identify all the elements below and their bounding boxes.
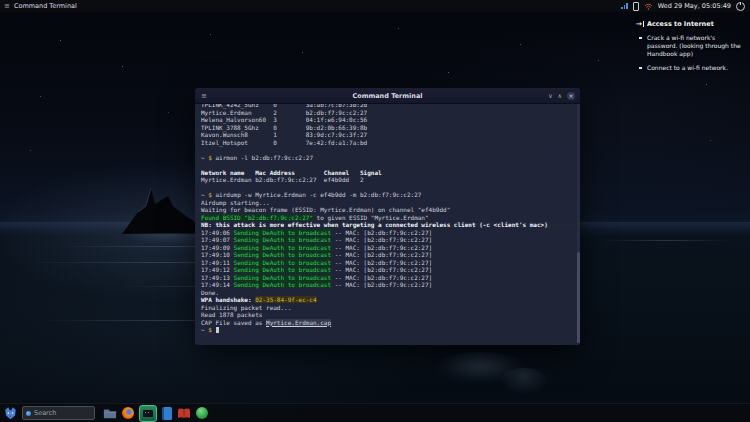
terminal-line: Network name Mac Address Channel Signal bbox=[201, 169, 576, 177]
terminal-line: Finalizing packet read... bbox=[201, 304, 576, 312]
top-bar: ≡ Command Terminal Wed 29 May, 05:05:49 bbox=[0, 0, 750, 12]
power-icon[interactable] bbox=[736, 2, 745, 11]
taskbar-terminal-icon-active[interactable] bbox=[139, 405, 157, 422]
phone-icon[interactable] bbox=[633, 2, 639, 11]
whale-shape-2 bbox=[500, 368, 548, 394]
goal-panel: → Access to Internet Crack a wi-fi netwo… bbox=[636, 20, 746, 78]
goal-icon: → bbox=[636, 21, 644, 27]
desktop: ≡ Command Terminal Wed 29 May, 05:05:49 … bbox=[0, 0, 750, 422]
file-manager-icon[interactable] bbox=[103, 408, 117, 419]
goal-item: Crack a wi-fi network's password. (looki… bbox=[638, 34, 746, 58]
terminal-line: 17:49:06 Sending DeAuth to broadcast -- … bbox=[201, 229, 576, 237]
wifi-icon[interactable] bbox=[644, 3, 653, 10]
terminal-line: Kavon.Wunsch8 1 83:9d:c7:9c:3f:27 bbox=[201, 131, 576, 139]
terminal-line: Helena_Halvorson60 3 04:1f:e6:94:0c:56 bbox=[201, 116, 576, 124]
terminal-line: Waiting for beacon frame (ESSID: Myrtice… bbox=[201, 206, 576, 214]
search-icon bbox=[26, 411, 31, 416]
os-logo-icon[interactable] bbox=[3, 406, 18, 421]
terminal-line: Done. bbox=[201, 289, 576, 297]
terminal-line: 17:49:13 Sending DeAuth to broadcast -- … bbox=[201, 274, 576, 282]
maximize-button[interactable]: ∧ bbox=[558, 92, 562, 99]
search-placeholder: Search bbox=[34, 409, 56, 417]
goal-list: Crack a wi-fi network's password. (looki… bbox=[638, 34, 746, 72]
terminal-line: Myrtice.Erdman b2:db:f7:9c:c2:27 ef4b9dd… bbox=[201, 176, 576, 184]
terminal-line: 17:49:09 Sending DeAuth to broadcast -- … bbox=[201, 244, 576, 252]
terminal-line: Airdump starting... bbox=[201, 199, 576, 207]
terminal-line: Read 1878 packets bbox=[201, 311, 576, 319]
handbook-app-icon[interactable] bbox=[177, 408, 191, 419]
goal-title-text: Access to Internet bbox=[647, 20, 714, 28]
terminal-line: NB: this attack is more effective when t… bbox=[201, 221, 576, 229]
terminal-line: ~ $ airmon -l b2:db:f7:9c:c2:27 bbox=[201, 154, 576, 162]
terminal-line bbox=[201, 146, 576, 154]
terminal-line bbox=[201, 184, 576, 192]
terminal-body[interactable]: TPLINK_4242_5Ghz 0 3a:ab:7c:b7:3b:2dMyrt… bbox=[195, 104, 576, 345]
terminal-line: ~ $ airdump -w Myrtice.Erdman -c ef4b9dd… bbox=[201, 191, 576, 199]
terminal-line: TPLINK_3788_5Ghz 0 9b:d2:0b:66:39:8b bbox=[201, 124, 576, 132]
browser-icon[interactable] bbox=[122, 407, 134, 419]
terminal-line: 17:49:14 Sending DeAuth to broadcast -- … bbox=[201, 281, 576, 289]
terminal-line: 17:49:07 Sending DeAuth to broadcast -- … bbox=[201, 236, 576, 244]
terminal-line: Found BSSID "b2:db:f7:9c:c2:27" to given… bbox=[201, 214, 576, 222]
scrollbar-thumb[interactable] bbox=[577, 252, 580, 343]
window-list-icon[interactable]: ≡ bbox=[4, 3, 10, 10]
notes-app-icon[interactable] bbox=[162, 407, 172, 420]
terminal-line: CAP File saved as Myrtice.Erdman.cap bbox=[201, 319, 576, 327]
terminal-line: WPA handshake: 02-35-84-9f-ec-c4 bbox=[201, 296, 576, 304]
terminal-window: ≡ Command Terminal ∨ ∧ × TPLINK_4242_5Gh… bbox=[195, 88, 580, 345]
clock[interactable]: Wed 29 May, 05:05:49 bbox=[658, 2, 731, 10]
terminal-line bbox=[201, 161, 576, 169]
terminal-line: 17:49:10 Sending DeAuth to broadcast -- … bbox=[201, 251, 576, 259]
active-window-title[interactable]: Command Terminal bbox=[14, 2, 77, 10]
terminal-cursor bbox=[216, 327, 219, 333]
close-button[interactable]: × bbox=[567, 92, 575, 100]
goal-item: Connect to a wi-fi network. bbox=[638, 64, 746, 72]
taskbar: Search bbox=[0, 403, 750, 422]
minimize-button[interactable]: ∨ bbox=[548, 92, 552, 99]
terminal-line: 17:49:12 Sending DeAuth to broadcast -- … bbox=[201, 266, 576, 274]
terminal-line: 17:49:11 Sending DeAuth to broadcast -- … bbox=[201, 259, 576, 267]
terminal-line: Itzel_Hotspot 0 7e:42:fd:a1:7a:bd bbox=[201, 139, 576, 147]
terminal-titlebar[interactable]: ≡ Command Terminal ∨ ∧ × bbox=[195, 88, 580, 104]
network-activity-icon[interactable] bbox=[621, 3, 628, 9]
software-app-icon[interactable] bbox=[196, 407, 208, 419]
terminal-line: ~ $ bbox=[201, 326, 576, 334]
goal-title: → Access to Internet bbox=[636, 20, 746, 28]
terminal-screen-glyph bbox=[143, 410, 153, 417]
terminal-line: Myrtice.Erdman 2 b2:db:f7:9c:c2:27 bbox=[201, 109, 576, 117]
terminal-menu-icon[interactable]: ≡ bbox=[201, 92, 207, 100]
taskbar-search[interactable]: Search bbox=[22, 406, 95, 420]
terminal-title: Command Terminal bbox=[195, 92, 580, 100]
terminal-scrollbar[interactable] bbox=[577, 104, 580, 343]
